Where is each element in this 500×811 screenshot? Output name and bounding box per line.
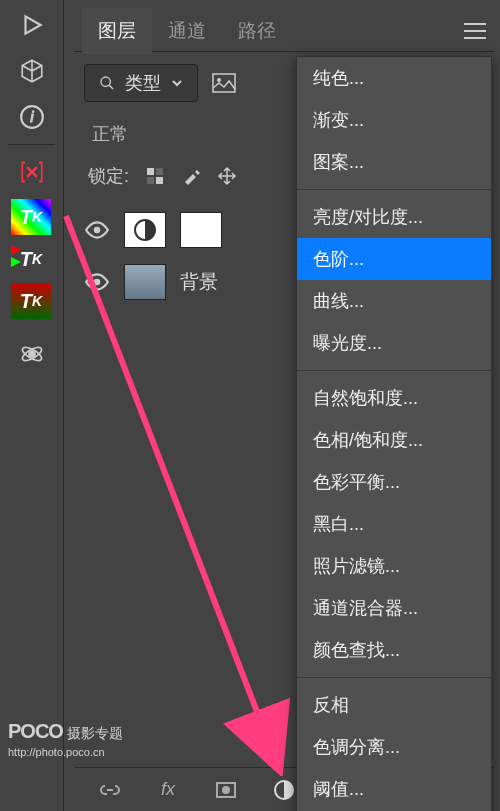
- info-icon[interactable]: i: [7, 96, 57, 138]
- svg-rect-9: [156, 168, 163, 175]
- lock-label: 锁定:: [88, 164, 129, 188]
- menu-pattern[interactable]: 图案...: [297, 141, 491, 183]
- menu-vibrance[interactable]: 自然饱和度...: [297, 377, 491, 419]
- visibility-eye-icon[interactable]: [84, 269, 110, 295]
- svg-point-7: [217, 78, 221, 82]
- svg-point-2: [29, 351, 36, 358]
- menu-channel-mixer[interactable]: 通道混合器...: [297, 587, 491, 629]
- svg-point-17: [222, 786, 230, 794]
- lock-position-icon[interactable]: [217, 166, 237, 186]
- watermark: POCO 摄影专题 http://photo.poco.cn: [8, 720, 123, 759]
- adjustment-thumb: [124, 212, 166, 248]
- menu-color-lookup[interactable]: 颜色查找...: [297, 629, 491, 671]
- svg-point-12: [94, 227, 101, 234]
- svg-rect-10: [147, 177, 154, 184]
- menu-hue-saturation[interactable]: 色相/饱和度...: [297, 419, 491, 461]
- svg-text:i: i: [30, 108, 34, 125]
- adjustment-layer-menu: 纯色... 渐变... 图案... 亮度/对比度... 色阶... 曲线... …: [296, 56, 492, 811]
- menu-levels[interactable]: 色阶...: [297, 238, 491, 280]
- adjustment-layer-icon[interactable]: [270, 776, 298, 804]
- svg-rect-11: [156, 177, 163, 184]
- layer-name: 背景: [180, 269, 218, 295]
- visibility-eye-icon[interactable]: [84, 217, 110, 243]
- mask-thumb: [180, 212, 222, 248]
- panel-menu-icon[interactable]: [464, 22, 486, 44]
- mask-icon[interactable]: [212, 776, 240, 804]
- filter-type-label: 类型: [125, 71, 161, 95]
- tk-rainbow-icon[interactable]: TK: [11, 199, 51, 235]
- menu-invert[interactable]: 反相: [297, 684, 491, 726]
- watermark-brand: POCO: [8, 720, 63, 742]
- tab-paths[interactable]: 路径: [222, 8, 292, 54]
- svg-rect-8: [147, 168, 154, 175]
- tab-layers[interactable]: 图层: [82, 8, 152, 54]
- svg-point-5: [101, 77, 110, 86]
- menu-gradient[interactable]: 渐变...: [297, 99, 491, 141]
- play-icon[interactable]: [7, 4, 57, 46]
- svg-rect-6: [213, 74, 235, 92]
- cube-icon[interactable]: [7, 50, 57, 92]
- menu-black-white[interactable]: 黑白...: [297, 503, 491, 545]
- image-filter-icon[interactable]: [212, 73, 236, 93]
- menu-threshold[interactable]: 阈值...: [297, 768, 491, 810]
- filter-type-dropdown[interactable]: 类型: [84, 64, 198, 102]
- brackets-x-icon[interactable]: [7, 151, 57, 193]
- tk-arrows-icon[interactable]: TK: [11, 241, 51, 277]
- menu-photo-filter[interactable]: 照片滤镜...: [297, 545, 491, 587]
- tab-channels[interactable]: 通道: [152, 8, 222, 54]
- menu-exposure[interactable]: 曝光度...: [297, 322, 491, 364]
- link-layers-icon[interactable]: [96, 776, 124, 804]
- svg-point-14: [94, 279, 101, 286]
- menu-curves[interactable]: 曲线...: [297, 280, 491, 322]
- watermark-url: http://photo.poco.cn: [8, 746, 105, 758]
- menu-color-balance[interactable]: 色彩平衡...: [297, 461, 491, 503]
- menu-solid-color[interactable]: 纯色...: [297, 57, 491, 99]
- chevron-down-icon: [171, 77, 183, 89]
- menu-brightness-contrast[interactable]: 亮度/对比度...: [297, 196, 491, 238]
- fx-icon[interactable]: fx: [154, 776, 182, 804]
- tk-redgreen-icon[interactable]: TK: [11, 283, 51, 319]
- image-thumb: [124, 264, 166, 300]
- atom-icon[interactable]: [7, 333, 57, 375]
- lock-brush-icon[interactable]: [181, 166, 201, 186]
- menu-posterize[interactable]: 色调分离...: [297, 726, 491, 768]
- lock-transparent-icon[interactable]: [145, 166, 165, 186]
- watermark-sub: 摄影专题: [67, 725, 123, 741]
